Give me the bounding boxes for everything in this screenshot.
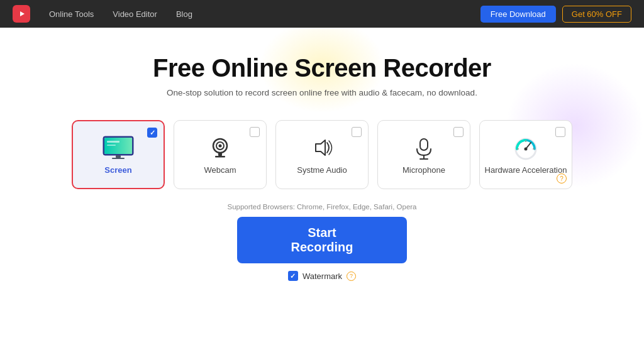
recording-options: ✓ Screen xyxy=(72,120,572,189)
option-screen[interactable]: ✓ Screen xyxy=(72,120,165,189)
start-recording-button[interactable]: Start Recording xyxy=(237,217,407,263)
webcam-checkbox[interactable] xyxy=(250,127,260,137)
svg-rect-12 xyxy=(218,153,222,156)
app-logo xyxy=(13,5,30,23)
nav-video-editor[interactable]: Video Editor xyxy=(113,9,157,19)
option-system-audio[interactable]: Systme Audio xyxy=(275,120,369,189)
free-download-button[interactable]: Free Download xyxy=(480,6,556,23)
svg-point-20 xyxy=(525,147,528,150)
navbar: Online Tools Video Editor Blog Free Down… xyxy=(0,0,644,28)
svg-marker-14 xyxy=(316,140,325,155)
hero-subtitle: One-stop solution to record screen onlin… xyxy=(167,88,477,97)
hw-checkbox[interactable] xyxy=(555,127,565,137)
microphone-checkbox[interactable] xyxy=(453,127,464,137)
system-audio-icon xyxy=(309,135,335,160)
system-audio-checkbox[interactable] xyxy=(352,127,362,137)
main-content: Free Online Screen Recorder One-stop sol… xyxy=(0,28,644,281)
webcam-icon xyxy=(208,135,233,160)
webcam-label: Webcam xyxy=(204,165,236,175)
option-hardware-acceleration[interactable]: Hardware Acceleration ? xyxy=(479,120,572,189)
navbar-links: Online Tools Video Editor Blog xyxy=(49,9,462,19)
nav-online-tools[interactable]: Online Tools xyxy=(49,9,94,19)
svg-rect-13 xyxy=(215,156,225,158)
svg-rect-6 xyxy=(107,145,116,146)
nav-blog[interactable]: Blog xyxy=(176,9,192,19)
discount-button[interactable]: Get 60% OFF xyxy=(562,6,631,23)
option-microphone[interactable]: Microphone xyxy=(377,120,470,189)
browsers-text: Supported Browsers: Chrome, Firefox, Edg… xyxy=(227,203,416,211)
hw-label: Hardware Acceleration xyxy=(485,165,567,175)
system-audio-label: Systme Audio xyxy=(297,165,347,175)
svg-rect-5 xyxy=(107,141,119,143)
svg-rect-8 xyxy=(112,158,125,159)
microphone-label: Microphone xyxy=(402,165,445,175)
hw-question-icon[interactable]: ? xyxy=(557,173,567,184)
hero-title: Free Online Screen Recorder xyxy=(153,54,491,82)
option-webcam[interactable]: Webcam xyxy=(174,120,267,189)
watermark-checkbox[interactable]: ✓ xyxy=(288,271,298,281)
screen-checkbox[interactable]: ✓ xyxy=(147,128,157,138)
watermark-row: ✓ Watermark ? xyxy=(288,271,356,281)
hardware-acceleration-icon xyxy=(512,135,540,160)
screen-icon xyxy=(101,135,136,160)
screen-label: Screen xyxy=(104,165,131,175)
navbar-actions: Free Download Get 60% OFF xyxy=(480,6,631,23)
svg-point-11 xyxy=(219,144,222,147)
watermark-label: Watermark xyxy=(303,272,342,281)
svg-rect-7 xyxy=(116,155,121,158)
microphone-icon xyxy=(411,135,436,160)
watermark-question-icon[interactable]: ? xyxy=(347,272,356,281)
svg-rect-15 xyxy=(420,139,428,150)
